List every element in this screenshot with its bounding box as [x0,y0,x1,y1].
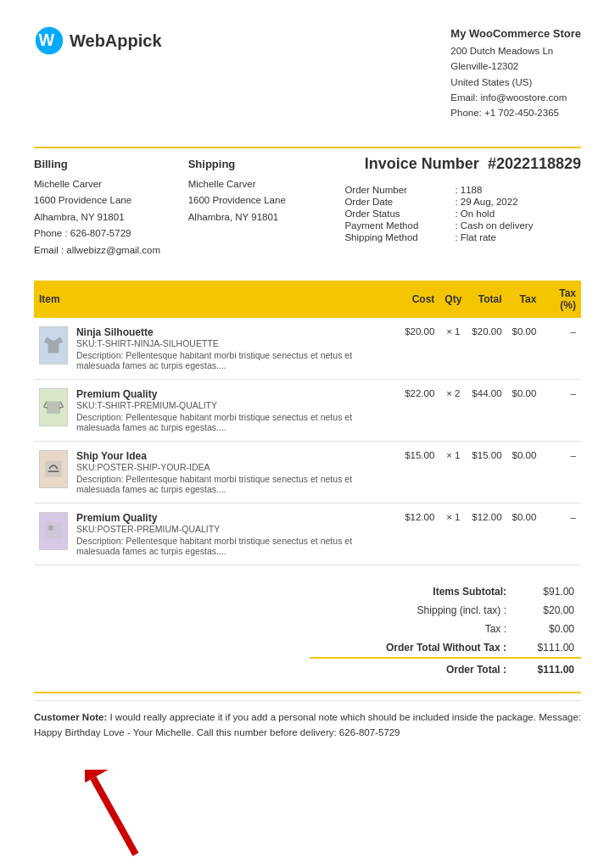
billing-email: Email : allwebizz@gmail.com [34,242,188,259]
invoice-field-row: Order Date: 29 Aug, 2022 [342,196,581,208]
item-cost: $12.00 [400,503,439,565]
shipping-label: Shipping (incl. tax) : [310,601,513,620]
col-total: Total [467,281,506,318]
invoice-field-row: Shipping Method: Flat rate [342,231,581,243]
store-address2: Glenville-12302 [450,58,581,74]
store-country: United States (US) [450,75,581,90]
invoice-field-label: Order Date [342,196,452,208]
item-desc: Description: Pellentesque habitant morbi… [76,474,394,494]
billing-address1: 1600 Providence Lane [34,192,188,209]
billing-shipping-section: Billing Michelle Carver 1600 Providence … [34,155,581,259]
item-tax-pct: – [541,318,581,380]
invoice-block: Invoice Number #2022118829 Order Number:… [342,155,581,259]
order-total-row: Order Total : $111.00 [310,658,581,679]
item-sku: SKU:POSTER-PREMIUM-QUALITY [76,524,394,534]
item-name: Ship Your Idea [76,450,394,462]
item-tax: $0.00 [507,441,542,503]
billing-block: Billing Michelle Carver 1600 Providence … [34,155,188,259]
header-section: W WebAppick My WooCommerce Store 200 Dut… [34,25,581,121]
items-table: Item Cost Qty Total Tax Tax (%) Ninja Si… [34,281,581,565]
invoice-field-value: : Cash on delivery [452,220,581,231]
svg-line-7 [93,778,136,854]
customer-note-label: Customer Note: [34,712,107,722]
invoice-field-label: Shipping Method [342,231,452,243]
item-sku: SKU:POSTER-SHIP-YOUR-IDEA [76,462,394,472]
totals-divider [34,692,581,693]
item-total: $20.00 [467,318,506,380]
invoice-field-row: Order Status: On hold [342,208,581,220]
item-details: Ship Your Idea SKU:POSTER-SHIP-YOUR-IDEA… [76,450,394,494]
item-details: Premium Quality SKU:T-SHIRT-PREMIUM-QUAL… [76,388,394,432]
billing-title: Billing [34,155,188,174]
col-tax-pct: Tax (%) [541,281,581,318]
col-item: Item [34,281,400,318]
invoice-field-row: Payment Method: Cash on delivery [342,220,581,231]
customer-note-text: I would really appreciate it if you add … [34,712,581,737]
invoice-header-row: Invoice Number #2022118829 [342,155,581,177]
svg-rect-3 [45,460,61,476]
item-sku: SKU:T-SHIRT-PREMIUM-QUALITY [76,400,394,410]
subtotal-label: Items Subtotal: [310,582,513,601]
item-desc: Description: Pellentesque habitant morbi… [76,536,394,556]
svg-rect-4 [45,522,61,538]
shipping-name: Michelle Carver [188,176,343,193]
item-cell: Premium Quality SKU:POSTER-PREMIUM-QUALI… [34,503,400,565]
invoice-title: Invoice Number [365,155,479,173]
table-row: Premium Quality SKU:POSTER-PREMIUM-QUALI… [34,503,581,565]
store-email: Email: info@woostore.com [450,90,581,105]
totals-table: Items Subtotal: $91.00 Shipping (incl. t… [310,582,581,679]
items-table-header: Item Cost Qty Total Tax Tax (%) [34,281,581,318]
item-tax-pct: – [541,503,581,565]
svg-point-5 [48,526,53,531]
item-details: Ninja Silhouette SKU:T-SHIRT-NINJA-SILHO… [76,326,394,370]
store-phone: Phone: +1 702-450-2365 [450,105,581,120]
invoice-field-value: : On hold [452,208,581,220]
shipping-address2: Alhambra, NY 91801 [188,209,343,226]
store-name: My WooCommerce Store [450,25,581,43]
svg-text:W: W [38,31,54,49]
table-row: Ship Your Idea SKU:POSTER-SHIP-YOUR-IDEA… [34,441,581,503]
item-cost: $22.00 [400,379,439,441]
logo-area: W WebAppick [34,25,162,56]
item-cost: $20.00 [400,318,439,380]
shipping-row: Shipping (incl. tax) : $20.00 [310,601,581,620]
arrow-area [34,757,581,859]
tax-value: $0.00 [513,620,581,638]
item-cost: $15.00 [400,441,439,503]
col-cost: Cost [400,281,439,318]
item-qty: × 1 [439,441,467,503]
item-thumbnail [39,512,68,550]
invoice-field-label: Order Status [342,208,452,220]
item-tax: $0.00 [507,503,542,565]
without-tax-value: $111.00 [513,638,581,658]
invoice-number: #2022118829 [488,155,581,173]
invoice-field-value: : 29 Aug, 2022 [452,196,581,208]
store-address1: 200 Dutch Meadows Ln [450,43,581,58]
invoice-field-label: Order Number [342,184,452,196]
tax-row: Tax : $0.00 [310,620,581,638]
invoice-field-label: Payment Method [342,220,452,231]
item-cell: Ship Your Idea SKU:POSTER-SHIP-YOUR-IDEA… [34,441,400,503]
item-sku: SKU:T-SHIRT-NINJA-SILHOUETTE [76,338,394,348]
without-tax-row: Order Total Without Tax : $111.00 [310,638,581,658]
billing-address2: Alhambra, NY 91801 [34,209,188,226]
order-total-value: $111.00 [513,658,581,679]
tax-label: Tax : [310,620,513,638]
table-row: Premium Quality SKU:T-SHIRT-PREMIUM-QUAL… [34,379,581,441]
item-tax-pct: – [541,441,581,503]
without-tax-label: Order Total Without Tax : [310,638,513,658]
item-total: $12.00 [467,503,506,565]
item-qty: × 1 [439,318,467,380]
header-divider [34,147,581,148]
logo-icon: W [34,25,64,56]
invoice-field-value: : Flat rate [452,231,581,243]
totals-section: Items Subtotal: $91.00 Shipping (incl. t… [34,582,581,679]
item-name: Premium Quality [76,388,394,400]
item-thumbnail [39,326,68,364]
order-total-label: Order Total : [310,658,513,679]
item-name: Premium Quality [76,512,394,524]
item-thumbnail [39,450,68,488]
logo-text: WebAppick [70,31,162,51]
red-arrow-icon [85,770,153,863]
shipping-title: Shipping [188,155,343,174]
